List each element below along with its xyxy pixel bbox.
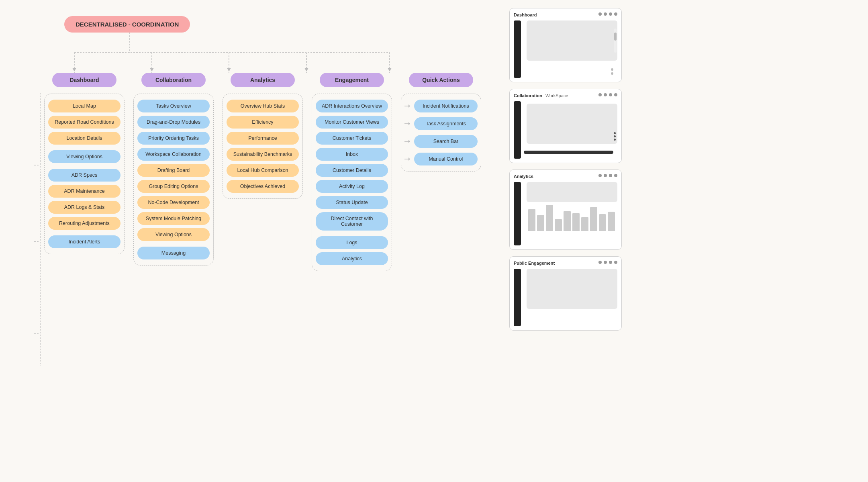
svg-marker-11 [388, 68, 392, 71]
sidebar-bar [514, 182, 521, 245]
context-menu [614, 132, 616, 141]
list-item: Messaging [137, 247, 210, 259]
list-item: Status Update [316, 196, 388, 209]
diagram-area: DECENTRALISED - COORDINATION [0, 0, 493, 482]
list-item: Objectives Achieved [227, 180, 299, 193]
collaboration-panel-card: Collaboration WorkSpace [509, 89, 622, 163]
dot-icon [609, 261, 612, 264]
main-container: DECENTRALISED - COORDINATION [0, 0, 868, 482]
list-item: Monitor Customer Views [316, 116, 388, 129]
dashboard-column: Dashboard Local Map Reported Road Condit… [32, 73, 125, 366]
dot-icon [598, 12, 602, 16]
svg-marker-9 [227, 68, 231, 71]
sidebar-bar [514, 20, 521, 78]
dot-icon [598, 93, 602, 96]
analytics-panel-card: Analytics [509, 170, 622, 250]
list-item: Activity Log [316, 180, 388, 193]
list-item: Viewing Options [48, 150, 120, 163]
dot-icon [614, 174, 617, 177]
bar [555, 219, 562, 231]
list-item: Drafting Board [137, 164, 210, 177]
dashboard-panel-card: Dashboard [509, 8, 622, 82]
list-item: Rerouting Adjustments [48, 217, 120, 230]
engagement-card-dots [598, 261, 617, 264]
bar [590, 207, 597, 231]
list-item: Priority Ordering Tasks [137, 132, 210, 145]
list-item: Workspace Collaboration [137, 148, 210, 161]
list-item: Direct Contact with Customer [316, 212, 388, 231]
scroll-btn [611, 72, 613, 75]
cat-analytics: Analytics [231, 73, 295, 87]
dot-icon [604, 174, 607, 177]
analytics-items: Overview Hub Stats Efficiency Performanc… [223, 94, 303, 199]
list-item: Drag-and-Drop Modules [137, 116, 210, 129]
svg-marker-10 [304, 68, 308, 71]
collab-card-dots [598, 93, 617, 96]
list-item: Manual Control [414, 153, 478, 165]
collaboration-column: Collaboration Tasks Overview Drag-and-Dr… [133, 73, 214, 266]
scrollbar-track [614, 29, 617, 53]
list-item: Efficiency [227, 116, 299, 129]
engagement-panel-card: Public Engagement [509, 256, 622, 331]
engagement-column: Engagement ADR Interactions Overview Mon… [312, 73, 392, 271]
chart-area [527, 182, 617, 233]
cat-quick-actions: Quick Actions [409, 73, 473, 87]
svg-marker-17 [408, 104, 410, 108]
collaboration-card-title: Collaboration [514, 93, 542, 98]
dot-icon [609, 93, 612, 96]
list-item: Incident Notifications [414, 100, 478, 112]
root-node: DECENTRALISED - COORDINATION [64, 16, 190, 33]
engagement-items: ADR Interactions Overview Monitor Custom… [312, 94, 392, 271]
content-area [527, 269, 617, 309]
dot-icon [614, 12, 617, 16]
dot-icon [604, 12, 607, 16]
svg-marker-19 [408, 122, 410, 125]
dot-icon [614, 135, 616, 137]
sidebar-bar [514, 101, 521, 159]
chart-top [527, 182, 617, 202]
dot-icon [609, 174, 612, 177]
arrow-icon [404, 100, 413, 112]
dot-icon [598, 261, 602, 264]
list-item: Logs [316, 236, 388, 249]
list-item: ADR Interactions Overview [316, 100, 388, 112]
svg-marker-23 [408, 157, 410, 161]
svg-marker-8 [150, 68, 154, 71]
cat-collaboration: Collaboration [141, 73, 206, 87]
list-item: System Module Patching [137, 212, 210, 225]
list-item: Viewing Options [137, 228, 210, 241]
dot-icon [598, 174, 602, 177]
list-item: Task Assignments [414, 117, 478, 130]
list-item: ADR Logs & Stats [48, 201, 120, 214]
bar [572, 213, 580, 231]
list-item: Local Map [48, 100, 120, 112]
dark-bar [524, 151, 613, 154]
list-item: Reported Road Conditions [48, 116, 120, 129]
list-item: Analytics [316, 252, 388, 265]
dashboard-items: Local Map Reported Road Conditions Locat… [44, 94, 125, 254]
dot-icon [604, 93, 607, 96]
bar [608, 212, 615, 231]
bar [581, 217, 588, 231]
list-item: Performance [227, 132, 299, 145]
list-item: Tasks Overview [137, 100, 210, 112]
right-panel: Dashboard Collaboration WorkSpace [501, 0, 630, 482]
dot-icon [614, 132, 616, 134]
cat-dashboard: Dashboard [52, 73, 116, 87]
list-item: Incident Alerts [48, 235, 120, 248]
analytics-card-dots [598, 174, 617, 177]
content-area [527, 104, 617, 144]
arrow-icon [404, 118, 413, 130]
svg-marker-7 [72, 68, 76, 71]
quick-actions-items: Incident Notifications Task Assignments [401, 94, 481, 172]
scroll-btn [611, 68, 613, 71]
bar [546, 205, 553, 231]
dashboard-card-dots [598, 12, 617, 16]
dot-icon [614, 93, 617, 96]
list-item: Search Bar [414, 135, 478, 148]
quick-actions-column: Quick Actions Incident Notifications [401, 73, 481, 172]
list-item: No-Code Development [137, 196, 210, 209]
bar-chart [527, 204, 617, 233]
list-item: Overview Hub Stats [227, 100, 299, 112]
collaboration-items: Tasks Overview Drag-and-Drop Modules Pri… [133, 94, 214, 266]
